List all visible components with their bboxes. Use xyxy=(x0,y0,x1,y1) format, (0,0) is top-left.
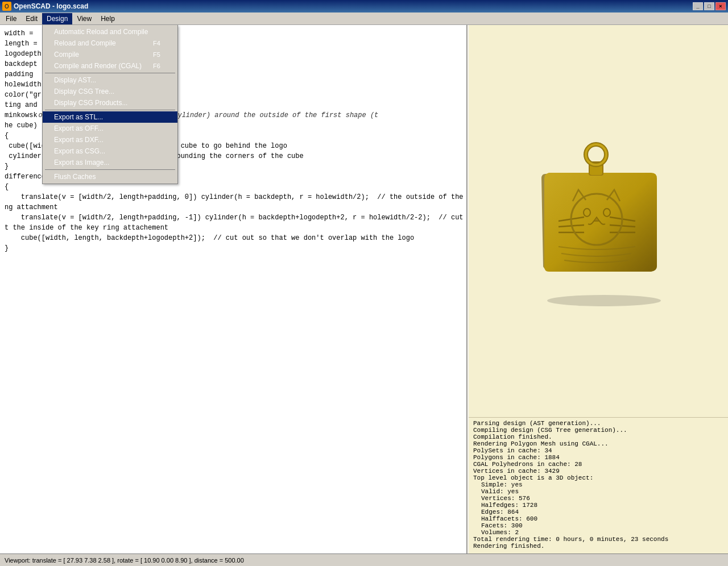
code-line: cube([width, length, backdepth+logodepth… xyxy=(5,233,462,243)
dd-compile-render[interactable]: Compile and Render (CGAL) F6 xyxy=(43,60,177,72)
console-line: Edges: 864 xyxy=(473,509,723,515)
console-line: Compilation finished. xyxy=(473,434,723,440)
code-line: translate(v = [width/2, length+padding, … xyxy=(5,192,462,202)
console-line: Volumes: 2 xyxy=(473,529,723,536)
window-controls: _ □ × xyxy=(693,2,726,10)
app-icon: O xyxy=(2,2,11,11)
code-line: t the inside of the key ring attachement xyxy=(5,223,462,233)
console-panel: Parsing design (AST generation)... Compi… xyxy=(469,417,728,553)
dd-separator-2 xyxy=(45,110,175,110)
console-line: Simple: yes xyxy=(473,481,723,488)
dd-export-off[interactable]: Export as OFF... xyxy=(43,123,177,134)
design-dropdown: Automatic Reload and Compile Reload and … xyxy=(42,25,178,184)
dd-display-csg-products[interactable]: Display CSG Products... xyxy=(43,97,177,109)
dd-export-dxf[interactable]: Export as DXF... xyxy=(43,134,177,145)
window-title: OpenSCAD - logo.scad xyxy=(14,2,88,10)
menu-help[interactable]: Help xyxy=(96,13,119,24)
console-line: CGAL Polyhedrons in cache: 28 xyxy=(473,461,723,468)
svg-point-7 xyxy=(590,149,602,160)
status-bar: Viewport: translate = [ 27.93 7.38 2.58 … xyxy=(0,553,728,566)
code-line: } xyxy=(5,243,462,253)
menu-file[interactable]: File xyxy=(1,13,21,24)
console-line: PolySets in cache: 34 xyxy=(473,447,723,454)
dd-reload-compile[interactable]: Reload and Compile F4 xyxy=(43,38,177,49)
maximize-button[interactable]: □ xyxy=(704,2,714,10)
dd-display-ast[interactable]: Display AST... xyxy=(43,74,177,86)
console-line: Total rendering time: 0 hours, 0 minutes… xyxy=(473,536,723,543)
title-text: O OpenSCAD - logo.scad xyxy=(2,2,693,11)
dd-separator-3 xyxy=(45,169,175,170)
dd-export-stl[interactable]: Export as STL... xyxy=(43,111,177,123)
keychain-render xyxy=(510,133,686,309)
console-line: Top level object is a 3D object: xyxy=(473,475,723,481)
dd-separator-1 xyxy=(45,73,175,73)
menu-edit[interactable]: Edit xyxy=(21,13,42,24)
menu-design[interactable]: Design Automatic Reload and Compile Relo… xyxy=(42,13,72,24)
minimize-button[interactable]: _ xyxy=(693,2,703,10)
render-area xyxy=(469,25,728,417)
svg-point-0 xyxy=(547,295,661,306)
console-line: Halffacets: 600 xyxy=(473,515,723,522)
console-line: Rendering Polygon Mesh using CGAL... xyxy=(473,440,723,447)
view-pane: Parsing design (AST generation)... Compi… xyxy=(469,25,728,553)
code-line: translate(v = [width/2, length+padding, … xyxy=(5,213,462,223)
console-line: Facets: 300 xyxy=(473,522,723,529)
dd-auto-reload[interactable]: Automatic Reload and Compile xyxy=(43,26,177,38)
console-line: Parsing design (AST generation)... xyxy=(473,420,723,427)
status-text: Viewport: translate = [ 27.93 7.38 2.58 … xyxy=(5,557,244,564)
dd-export-csg[interactable]: Export as CSG... xyxy=(43,145,177,157)
menu-view[interactable]: View xyxy=(72,13,96,24)
dd-compile[interactable]: Compile F5 xyxy=(43,49,177,60)
code-line: ng attachment xyxy=(5,202,462,213)
console-line: Compiling design (CSG Tree generation)..… xyxy=(473,427,723,434)
console-line: Halfedges: 1728 xyxy=(473,502,723,509)
console-line: Vertices in cache: 3429 xyxy=(473,468,723,475)
console-line: Rendering finished. xyxy=(473,543,723,550)
dd-display-csg-tree[interactable]: Display CSG Tree... xyxy=(43,86,177,97)
dd-export-image[interactable]: Export as Image... xyxy=(43,157,177,168)
title-bar: O OpenSCAD - logo.scad _ □ × xyxy=(0,0,728,13)
menu-bar: File Edit Design Automatic Reload and Co… xyxy=(0,13,728,25)
console-line: Valid: yes xyxy=(473,488,723,495)
console-line: Polygons in cache: 1884 xyxy=(473,454,723,461)
console-line: Vertices: 576 xyxy=(473,495,723,502)
dd-flush-caches[interactable]: Flush Caches xyxy=(43,171,177,182)
close-button[interactable]: × xyxy=(715,2,726,10)
